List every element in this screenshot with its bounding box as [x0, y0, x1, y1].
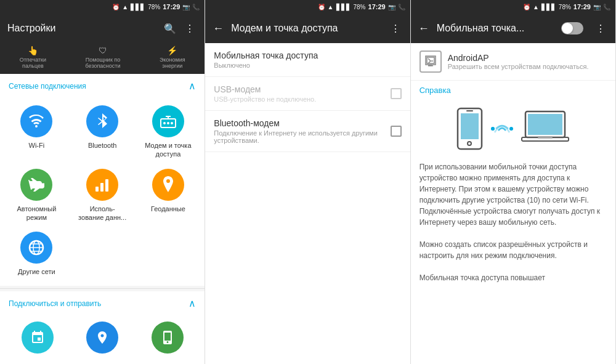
signal-icon: ▋▋▋ [131, 4, 145, 10]
grid-item-other-networks[interactable]: Другие сети [5, 228, 68, 280]
connect-section-header[interactable]: Подключиться и отправить ∧ [0, 291, 205, 313]
bluetooth-label: Bluetooth [88, 141, 116, 150]
toggle-thumb [562, 23, 573, 34]
alarm-icon: ⏰ [112, 4, 120, 10]
panel3-content: AndroidAP Разрешить всем устройствам под… [411, 43, 615, 364]
mobile-hotspot-status: Выключено [214, 62, 401, 69]
connect-circle-3 [152, 322, 184, 354]
connect-circle-2 [86, 322, 118, 354]
divider-1 [0, 288, 205, 289]
wifi-circle [20, 105, 52, 137]
geo-circle [152, 169, 184, 201]
shortcut-fingerprint[interactable]: 👆 Отпечаткипальцев [17, 46, 49, 69]
grid-item-bluetooth[interactable]: Bluetooth [71, 102, 134, 163]
connect-chevron-icon: ∧ [188, 297, 196, 309]
svg-rect-21 [528, 114, 562, 135]
svg-point-19 [509, 127, 513, 131]
battery-text-2: 78% [354, 4, 366, 10]
connect-item-1[interactable] [5, 318, 70, 361]
network-section-label: Сетевые подключения [9, 82, 86, 91]
back-button-3[interactable]: ← [418, 22, 429, 35]
connect-item-3[interactable] [135, 318, 200, 361]
battery-text-3: 78% [559, 4, 571, 10]
shortcut-security-label: Помощник побезопасности [86, 57, 121, 69]
bluetooth-circle [86, 105, 118, 137]
alarm-icon-2: ⏰ [318, 4, 325, 10]
androidap-name: AndroidAP [448, 53, 589, 63]
svg-rect-5 [100, 183, 103, 192]
data-label: Исполь-зование данн... [78, 204, 126, 222]
svg-point-15 [468, 142, 471, 145]
phone-svg [456, 107, 484, 150]
grid-item-data[interactable]: Исполь-зование данн... [71, 165, 134, 226]
panel-hotspot: ⏰ ▲ ▋▋▋ 78% 17:29 📷 📞 ← Мобильная точка.… [411, 0, 616, 364]
modem-label: Модем и точкадоступа [145, 141, 191, 159]
wifi-icon-2: ▲ [328, 4, 334, 10]
camera-icon-3: 📷 [593, 4, 601, 10]
signal-svg [490, 119, 514, 138]
svg-rect-14 [461, 113, 479, 139]
usb-modem-row: USB-модем USB-устройство не подключено. [205, 77, 410, 111]
other-networks-circle [20, 232, 52, 264]
top-bar-1: Настройки 🔍 ⋮ [0, 14, 205, 43]
more-button-3[interactable]: ⋮ [593, 21, 608, 36]
svg-rect-6 [105, 179, 108, 192]
modem-circle [152, 105, 184, 137]
connect-item-2[interactable] [70, 318, 134, 361]
shortcut-fingerprint-label: Отпечаткипальцев [20, 57, 46, 69]
shortcut-security[interactable]: 🛡 Помощник побезопасности [83, 46, 123, 69]
androidap-icon [419, 51, 442, 73]
mobile-hotspot-item[interactable]: Мобильная точка доступа Выключено [205, 43, 410, 77]
camera-icon-2: 📷 [388, 4, 395, 10]
fingerprint-icon: 👆 [28, 46, 38, 55]
grid-item-wifi[interactable]: Wi-Fi [5, 102, 68, 163]
panel2-content: Мобильная точка доступа Выключено USB-мо… [205, 43, 410, 364]
signal-icon-3: ▋▋▋ [541, 4, 556, 10]
help-text-3: Мобильная точка доступа повышает [411, 269, 615, 287]
back-button-2[interactable]: ← [213, 22, 224, 35]
wifi-signal-dots [490, 119, 514, 138]
svg-rect-4 [95, 187, 99, 192]
help-label: Справка [411, 81, 615, 100]
svg-rect-12 [428, 65, 433, 67]
bluetooth-modem-title: Bluetooth-модем [214, 118, 390, 128]
network-chevron-icon: ∧ [188, 80, 196, 92]
shortcut-energy-label: Экономияэнергии [160, 57, 185, 69]
usb-modem-sub: USB-устройство не подключено. [214, 95, 316, 103]
grid-item-geo[interactable]: Геоданные [137, 165, 200, 226]
network-section-header[interactable]: Сетевые подключения ∧ [0, 74, 205, 95]
svg-rect-16 [466, 110, 473, 111]
wifi-label: Wi-Fi [29, 141, 45, 150]
more-button[interactable]: ⋮ [182, 21, 197, 36]
bluetooth-modem-checkbox[interactable] [391, 126, 402, 137]
svg-point-1 [163, 122, 166, 124]
androidap-sub: Разрешить всем устройствам подключаться. [448, 63, 589, 70]
status-bar-2: ⏰ ▲ ▋▋▋ 78% 17:29 📷 📞 [205, 0, 410, 14]
airplane-label: Автономныйрежим [17, 204, 56, 222]
time-text-3: 17:29 [573, 3, 591, 10]
top-bar-3: ← Мобильная точка... ⋮ [411, 14, 615, 43]
bluetooth-modem-row: Bluetooth-модем Подключение к Интернету … [205, 111, 410, 152]
battery-text: 78% [148, 4, 160, 10]
search-button[interactable]: 🔍 [163, 21, 177, 36]
airplane-circle [20, 169, 52, 201]
svg-point-2 [167, 122, 169, 124]
help-text-1: При использовании мобильной точки доступ… [411, 158, 615, 232]
grid-item-airplane[interactable]: Автономныйрежим [5, 165, 68, 226]
top-bar-2: ← Модем и точка доступа ⋮ [205, 14, 410, 43]
connect-section-label: Подключиться и отправить [9, 299, 101, 308]
hotspot-toggle[interactable] [561, 22, 583, 34]
phone-icon-3: 📞 [603, 4, 610, 10]
security-icon: 🛡 [99, 46, 107, 55]
svg-point-3 [171, 122, 173, 124]
grid-item-modem[interactable]: Модем и точкадоступа [137, 102, 200, 163]
other-networks-label: Другие сети [18, 267, 55, 276]
usb-modem-checkbox[interactable] [391, 88, 402, 99]
panel-settings: ⏰ ▲ ▋▋▋ 78% 17:29 📷 📞 Настройки 🔍 ⋮ 👆 От… [0, 0, 205, 364]
laptop-svg [521, 109, 570, 149]
shortcut-energy[interactable]: ⚡ Экономияэнергии [157, 46, 188, 69]
signal-icon-2: ▋▋▋ [336, 4, 351, 10]
svg-point-18 [491, 127, 495, 131]
androidap-row[interactable]: AndroidAP Разрешить всем устройствам под… [411, 43, 615, 81]
more-button-2[interactable]: ⋮ [388, 21, 403, 36]
